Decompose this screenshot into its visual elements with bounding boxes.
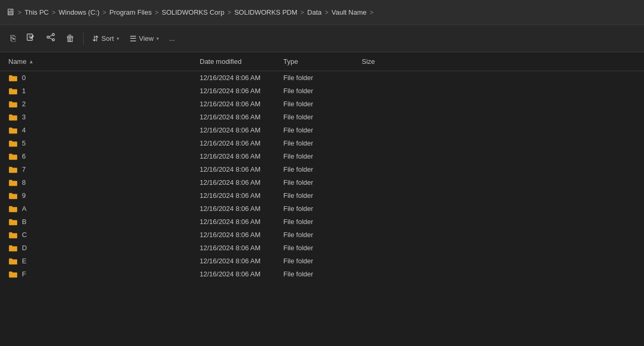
file-name-label: 4 bbox=[22, 126, 26, 134]
breadcrumb-solidworks-corp[interactable]: SOLIDWORKS Corp bbox=[162, 8, 224, 16]
file-name-label: 0 bbox=[22, 74, 26, 82]
file-size-cell bbox=[355, 155, 408, 158]
file-rows-container: 0 12/16/2024 8:06 AM File folder 1 12/16… bbox=[0, 71, 644, 281]
file-date-cell: 12/16/2024 8:06 AM bbox=[193, 85, 277, 96]
copy-icon: ⎘ bbox=[10, 34, 16, 44]
breadcrumb-vault-name[interactable]: Vault Name bbox=[331, 8, 366, 16]
svg-point-5 bbox=[52, 39, 54, 41]
folder-icon bbox=[8, 166, 18, 173]
file-type-cell: File folder bbox=[277, 151, 355, 162]
breadcrumb-sep-6: > bbox=[325, 9, 328, 16]
file-size-cell bbox=[355, 194, 408, 197]
file-size-cell bbox=[355, 247, 408, 250]
share-icon bbox=[46, 32, 55, 44]
file-extra-cell bbox=[408, 129, 644, 132]
folder-icon bbox=[8, 271, 18, 278]
file-extra-cell bbox=[408, 233, 644, 237]
breadcrumb-label-data: Data bbox=[307, 8, 321, 16]
breadcrumb-sep-7: > bbox=[370, 9, 373, 16]
breadcrumb-label-this-pc: This PC bbox=[25, 8, 49, 16]
table-row[interactable]: E 12/16/2024 8:06 AM File folder bbox=[0, 254, 644, 267]
table-row[interactable]: A 12/16/2024 8:06 AM File folder bbox=[0, 202, 644, 215]
table-row[interactable]: B 12/16/2024 8:06 AM File folder bbox=[0, 215, 644, 228]
folder-icon bbox=[8, 179, 18, 186]
file-name-label: 2 bbox=[22, 100, 26, 108]
file-name-label: 7 bbox=[22, 165, 26, 173]
file-date-cell: 12/16/2024 8:06 AM bbox=[193, 177, 277, 188]
table-row[interactable]: 6 12/16/2024 8:06 AM File folder bbox=[0, 150, 644, 163]
col-header-name[interactable]: Name ▲ bbox=[0, 55, 193, 68]
file-size-cell bbox=[355, 76, 408, 80]
col-header-extra bbox=[408, 55, 644, 68]
copy-button[interactable]: ⎘ bbox=[6, 30, 20, 47]
file-size-cell bbox=[355, 207, 408, 210]
rename-button[interactable] bbox=[22, 29, 40, 48]
file-extra-cell bbox=[408, 260, 644, 263]
breadcrumb-windows-c[interactable]: Windows (C:) bbox=[59, 8, 99, 16]
file-name-cell: C bbox=[0, 229, 193, 240]
file-date-cell: 12/16/2024 8:06 AM bbox=[193, 190, 277, 201]
file-extra-cell bbox=[408, 247, 644, 250]
table-row[interactable]: 0 12/16/2024 8:06 AM File folder bbox=[0, 71, 644, 84]
table-row[interactable]: 5 12/16/2024 8:06 AM File folder bbox=[0, 137, 644, 150]
file-name-cell: 6 bbox=[0, 151, 193, 162]
table-row[interactable]: F 12/16/2024 8:06 AM File folder bbox=[0, 267, 644, 281]
share-button[interactable] bbox=[42, 29, 60, 48]
table-row[interactable]: 2 12/16/2024 8:06 AM File folder bbox=[0, 97, 644, 110]
col-date-label: Date modified bbox=[200, 58, 242, 65]
file-extra-cell bbox=[408, 273, 644, 276]
file-name-label: D bbox=[22, 244, 27, 252]
breadcrumb-this-pc[interactable]: This PC bbox=[25, 8, 49, 16]
table-row[interactable]: D 12/16/2024 8:06 AM File folder bbox=[0, 241, 644, 254]
folder-icon bbox=[8, 153, 18, 160]
folder-icon bbox=[8, 205, 18, 213]
file-extra-cell bbox=[408, 181, 644, 184]
col-name-sort-arrow: ▲ bbox=[29, 59, 34, 64]
view-label: View bbox=[139, 35, 154, 42]
breadcrumb-solidworks-pdm[interactable]: SOLIDWORKS PDM bbox=[234, 8, 297, 16]
file-type-cell: File folder bbox=[277, 164, 355, 175]
file-size-cell bbox=[355, 273, 408, 276]
file-type-cell: File folder bbox=[277, 269, 355, 280]
table-row[interactable]: 3 12/16/2024 8:06 AM File folder bbox=[0, 110, 644, 124]
delete-icon: 🗑 bbox=[66, 34, 75, 44]
table-row[interactable]: 7 12/16/2024 8:06 AM File folder bbox=[0, 163, 644, 176]
delete-button[interactable]: 🗑 bbox=[62, 30, 79, 47]
col-header-size[interactable]: Size bbox=[355, 55, 408, 68]
file-name-cell: E bbox=[0, 255, 193, 266]
col-header-date[interactable]: Date modified bbox=[193, 55, 277, 68]
file-size-cell bbox=[355, 220, 408, 224]
file-name-cell: 4 bbox=[0, 125, 193, 136]
breadcrumb-sep-1: > bbox=[52, 9, 55, 16]
file-type-cell: File folder bbox=[277, 242, 355, 253]
sort-button[interactable]: ⇅ Sort ▾ bbox=[88, 31, 123, 47]
breadcrumb-data[interactable]: Data bbox=[307, 8, 321, 16]
file-name-cell: 1 bbox=[0, 85, 193, 96]
svg-point-3 bbox=[52, 34, 54, 36]
breadcrumb-program-files[interactable]: Program Files bbox=[109, 8, 152, 16]
file-name-label: F bbox=[22, 270, 26, 278]
file-list-container[interactable]: Name ▲ Date modified Type Size 0 12/16/2… bbox=[0, 52, 644, 346]
file-name-label: A bbox=[22, 205, 27, 213]
file-name-cell: B bbox=[0, 216, 193, 227]
file-type-cell: File folder bbox=[277, 98, 355, 109]
file-date-cell: 12/16/2024 8:06 AM bbox=[193, 151, 277, 162]
col-type-label: Type bbox=[283, 58, 298, 65]
table-row[interactable]: C 12/16/2024 8:06 AM File folder bbox=[0, 228, 644, 241]
file-type-cell: File folder bbox=[277, 85, 355, 96]
more-button[interactable]: ... bbox=[165, 31, 179, 46]
table-row[interactable]: 1 12/16/2024 8:06 AM File folder bbox=[0, 84, 644, 97]
table-row[interactable]: 4 12/16/2024 8:06 AM File folder bbox=[0, 124, 644, 137]
view-button[interactable]: ☰ View ▾ bbox=[125, 31, 163, 47]
table-row[interactable]: 9 12/16/2024 8:06 AM File folder bbox=[0, 189, 644, 202]
file-list-header: Name ▲ Date modified Type Size bbox=[0, 52, 644, 71]
more-icon: ... bbox=[169, 35, 175, 42]
file-type-cell: File folder bbox=[277, 203, 355, 214]
col-header-type[interactable]: Type bbox=[277, 55, 355, 68]
file-date-cell: 12/16/2024 8:06 AM bbox=[193, 125, 277, 136]
breadcrumb-sep-5: > bbox=[301, 9, 304, 16]
breadcrumb-sep-3: > bbox=[155, 9, 158, 16]
table-row[interactable]: 8 12/16/2024 8:06 AM File folder bbox=[0, 176, 644, 189]
file-name-label: 9 bbox=[22, 192, 26, 199]
file-name-label: B bbox=[22, 218, 27, 226]
